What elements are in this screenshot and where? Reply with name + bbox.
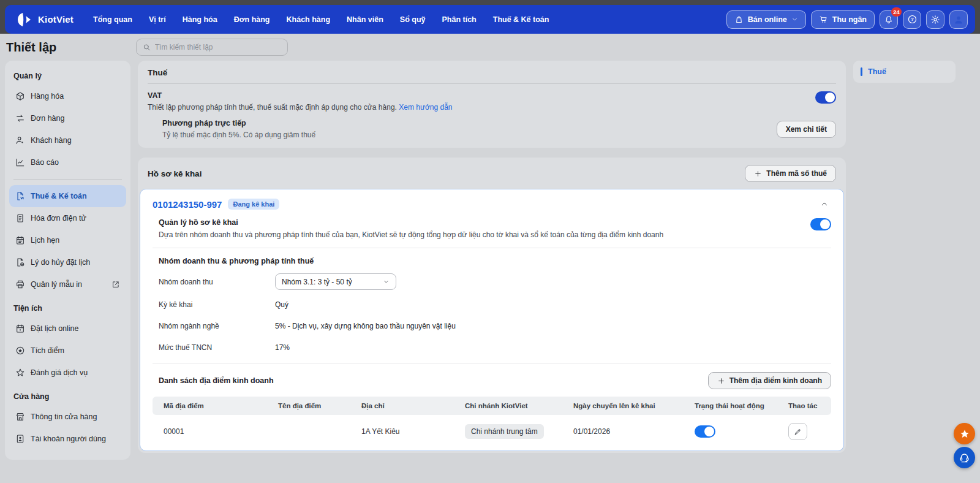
edit-location-button[interactable] bbox=[788, 423, 807, 440]
external-link-icon bbox=[111, 280, 120, 289]
location-active-toggle[interactable] bbox=[695, 425, 715, 438]
declaration-section-title: Hồ sơ kê khai bbox=[148, 169, 202, 178]
cancel-document-icon bbox=[15, 257, 25, 267]
cell-location-name bbox=[272, 415, 355, 448]
search-input[interactable] bbox=[155, 43, 281, 51]
sidebar-section-quan-ly: Quản lý bbox=[5, 63, 130, 85]
star-icon bbox=[959, 428, 970, 439]
top-navbar: KiotViet Tổng quan Vị trí Hàng hóa Đơn h… bbox=[5, 5, 975, 34]
cell-date: 01/01/2026 bbox=[567, 415, 688, 448]
floating-buttons bbox=[954, 423, 975, 468]
sidebar-item-tai-khoan-nguoi-dung[interactable]: Tài khoản người dùng bbox=[9, 428, 126, 450]
sidebar-item-ly-do-huy-dat-lich[interactable]: Lý do hủy đặt lịch bbox=[9, 251, 126, 273]
help-icon: ? bbox=[907, 14, 918, 25]
nav-item-nhan-vien[interactable]: Nhân viên bbox=[347, 15, 383, 24]
sidebar-item-lich-hen[interactable]: Lịch hẹn bbox=[9, 229, 126, 251]
kiotviet-brand[interactable]: KiotViet bbox=[12, 12, 77, 27]
sidebar-item-label: Quản lý mẫu in bbox=[31, 280, 82, 289]
nav-item-hang-hoa[interactable]: Hàng hóa bbox=[183, 15, 217, 24]
manage-profile-toggle[interactable] bbox=[810, 218, 831, 230]
col-trang-thai: Trạng thái hoạt động bbox=[688, 397, 782, 415]
vat-method-title: Phương pháp trực tiếp bbox=[162, 119, 777, 127]
sidebar-item-bao-cao[interactable]: Báo cáo bbox=[9, 151, 126, 173]
invoice-icon bbox=[15, 213, 25, 223]
nav-item-don-hang[interactable]: Đơn hàng bbox=[234, 15, 270, 24]
chart-icon bbox=[15, 158, 25, 167]
sidebar-item-hoa-don-dien-tu[interactable]: Hóa đơn điện tử bbox=[9, 207, 126, 229]
col-ngay-chuyen: Ngày chuyển lên kê khai bbox=[567, 397, 688, 415]
field-row-nhom-doanh-thu: Nhóm doanh thu Nhóm 3.1: 3 tỷ - 50 tỷ bbox=[159, 273, 831, 290]
sidebar-item-thue-ke-toan[interactable]: Thuế & Kế toán bbox=[9, 185, 126, 207]
sidebar-item-thong-tin-cua-hang[interactable]: Thông tin cửa hàng bbox=[9, 406, 126, 428]
ban-online-label: Bán online bbox=[748, 15, 787, 24]
table-header-row: Mã địa điểm Tên địa điểm Địa chỉ Chi nhá… bbox=[153, 397, 831, 415]
sidebar-item-label: Thông tin cửa hàng bbox=[31, 413, 97, 421]
nav-item-tong-quan[interactable]: Tổng quan bbox=[93, 15, 132, 24]
sidebar-section-cua-hang: Cửa hàng bbox=[5, 384, 130, 406]
add-tax-code-button[interactable]: Thêm mã số thuế bbox=[745, 165, 836, 182]
field-label: Nhóm doanh thu bbox=[159, 278, 275, 286]
sidebar-item-label: Lý do hủy đặt lịch bbox=[31, 258, 90, 267]
col-ma-dia-diem: Mã địa điểm bbox=[153, 397, 272, 415]
brand-name: KiotViet bbox=[38, 14, 74, 25]
help-button[interactable]: ? bbox=[903, 10, 921, 29]
tax-code-link[interactable]: 0101243150-997 bbox=[153, 199, 222, 210]
nav-item-phan-tich[interactable]: Phân tích bbox=[442, 15, 476, 24]
add-location-button[interactable]: Thêm địa điểm kinh doanh bbox=[708, 372, 831, 389]
main-menu: Tổng quan Vị trí Hàng hóa Đơn hàng Khách… bbox=[93, 15, 549, 24]
account-button[interactable] bbox=[949, 10, 968, 29]
nav-item-khach-hang[interactable]: Khách hàng bbox=[287, 15, 331, 24]
thu-ngan-button[interactable]: Thu ngân bbox=[811, 10, 875, 29]
notifications-button[interactable]: 24 bbox=[880, 10, 898, 29]
sidebar-item-quan-ly-mau-in[interactable]: Quản lý mẫu in bbox=[9, 273, 126, 295]
branch-chip: Chi nhánh trung tâm bbox=[465, 424, 544, 439]
vat-guide-link[interactable]: Xem hướng dẫn bbox=[399, 103, 452, 112]
sidebar-item-danh-gia-dich-vu[interactable]: Đánh giá dịch vụ bbox=[9, 362, 126, 384]
user-card-icon bbox=[15, 434, 25, 444]
sidebar-item-don-hang[interactable]: Đơn hàng bbox=[9, 107, 126, 129]
view-detail-button[interactable]: Xem chi tiết bbox=[777, 121, 836, 138]
anchor-nav: Thuế bbox=[853, 61, 956, 83]
declaration-section: Hồ sơ kê khai Thêm mã số thuế 0101243150… bbox=[138, 158, 846, 453]
sidebar-item-hang-hoa[interactable]: Hàng hóa bbox=[9, 85, 126, 107]
field-label: Kỳ kê khai bbox=[159, 300, 275, 309]
sidebar-item-khach-hang[interactable]: Khách hàng bbox=[9, 129, 126, 151]
sidebar-item-label: Khách hàng bbox=[31, 136, 72, 145]
sidebar-item-label: Tích điểm bbox=[31, 346, 64, 355]
nav-item-thue-ke-toan[interactable]: Thuế & Kế toán bbox=[493, 15, 549, 24]
revenue-group-select[interactable]: Nhóm 3.1: 3 tỷ - 50 tỷ bbox=[275, 273, 396, 290]
nav-item-so-quy[interactable]: Sổ quỹ bbox=[400, 15, 426, 24]
locations-title: Danh sách địa điểm kinh doanh bbox=[159, 376, 274, 385]
field-row-muc-thue-tncn: Mức thuế TNCN 17% bbox=[159, 341, 831, 354]
nav-item-vi-tri[interactable]: Vị trí bbox=[149, 15, 166, 24]
sidebar-item-label: Hàng hóa bbox=[31, 92, 64, 101]
add-location-label: Thêm địa điểm kinh doanh bbox=[729, 376, 822, 385]
cart-icon bbox=[819, 15, 828, 24]
settings-sidebar: Quản lý Hàng hóa Đơn hàng Khách hàng bbox=[5, 61, 130, 460]
cube-icon bbox=[15, 91, 25, 101]
swap-arrows-icon bbox=[15, 113, 25, 123]
sidebar-item-label: Thuế & Kế toán bbox=[31, 192, 87, 200]
field-label: Mức thuế TNCN bbox=[159, 343, 275, 352]
avatar-icon bbox=[953, 14, 964, 25]
printer-icon bbox=[15, 280, 25, 289]
page-header: Thiết lập bbox=[0, 34, 980, 61]
sidebar-item-dat-lich-online[interactable]: Đặt lịch online bbox=[9, 318, 126, 340]
plus-icon bbox=[754, 170, 762, 178]
collapse-card-button[interactable] bbox=[818, 197, 831, 211]
settings-search[interactable] bbox=[136, 39, 288, 56]
field-value: 17% bbox=[275, 343, 290, 352]
anchor-item-thue[interactable]: Thuế bbox=[853, 61, 956, 83]
ban-online-button[interactable]: Bán online bbox=[726, 10, 806, 29]
active-indicator-bar bbox=[861, 67, 862, 76]
vat-description: Thiết lập phương pháp tính thuế, thuế su… bbox=[148, 103, 815, 112]
feedback-fab-button[interactable] bbox=[954, 423, 975, 444]
col-thao-tac: Thao tác bbox=[782, 397, 831, 415]
settings-button[interactable] bbox=[926, 10, 944, 29]
tax-profile-card: 0101243150-997 Đang kê khai Quản lý hồ s… bbox=[140, 189, 844, 451]
navbar-actions: Bán online Thu ngân 24 ? bbox=[726, 10, 968, 29]
page-title: Thiết lập bbox=[6, 40, 136, 55]
support-fab-button[interactable] bbox=[954, 447, 975, 468]
sidebar-item-tich-diem[interactable]: Tích điểm bbox=[9, 340, 126, 362]
vat-toggle[interactable] bbox=[815, 91, 836, 104]
